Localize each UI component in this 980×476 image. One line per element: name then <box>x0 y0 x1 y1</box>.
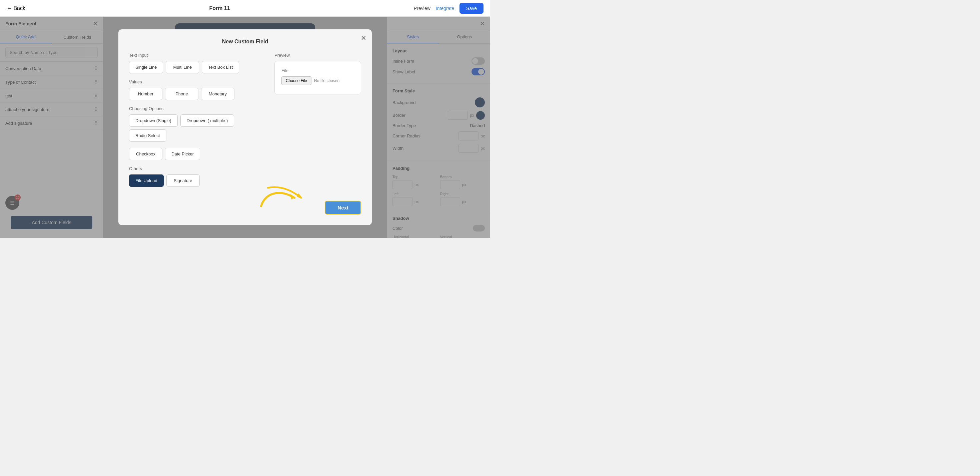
date-picker-btn[interactable]: Date Picker <box>165 148 200 160</box>
signature-btn[interactable]: Signature <box>166 174 200 187</box>
save-button[interactable]: Save <box>460 3 484 14</box>
back-button[interactable]: ← Back <box>7 5 25 11</box>
others-label: Others <box>129 166 264 171</box>
top-bar: ← Back Form 11 Preview Integrate Save <box>0 0 490 17</box>
choosing-options-buttons: Dropdown (Single) Dropdown ( multiple ) … <box>129 115 264 142</box>
choosing-options-buttons-2: Checkbox Date Picker <box>129 148 264 160</box>
values-buttons: Number Phone Monetary <box>129 88 264 100</box>
page-title: Form 11 <box>209 5 230 11</box>
modal-footer: Next <box>129 201 361 215</box>
file-upload-btn[interactable]: File Upload <box>129 174 164 187</box>
file-field-label: File <box>282 68 354 73</box>
preview-box: File Choose File No file chosen <box>274 61 361 94</box>
dropdown-single-btn[interactable]: Dropdown (Single) <box>129 115 178 127</box>
text-input-label: Text Input <box>129 53 264 58</box>
text-input-buttons: Single Line Multi Line Text Box List <box>129 61 264 73</box>
monetary-btn[interactable]: Monetary <box>201 88 234 100</box>
multi-line-btn[interactable]: Multi Line <box>166 61 199 73</box>
radio-select-btn[interactable]: Radio Select <box>129 129 166 142</box>
svg-marker-0 <box>290 194 294 199</box>
single-line-btn[interactable]: Single Line <box>129 61 163 73</box>
modal-close-button[interactable]: ✕ <box>361 34 366 42</box>
new-custom-field-modal: New Custom Field ✕ Text Input Single Lin… <box>118 29 372 225</box>
preview-button[interactable]: Preview <box>414 6 431 11</box>
back-label: ← Back <box>7 5 25 11</box>
file-preview-row: Choose File No file chosen <box>282 76 354 85</box>
others-buttons: File Upload Signature <box>129 174 264 187</box>
modal-right: Preview File Choose File No file chosen <box>274 53 361 193</box>
modal-title: New Custom Field <box>129 39 361 45</box>
text-box-list-btn[interactable]: Text Box List <box>202 61 239 73</box>
number-btn[interactable]: Number <box>129 88 162 100</box>
no-file-text: No file chosen <box>314 78 339 83</box>
modal-backdrop: New Custom Field ✕ Text Input Single Lin… <box>0 17 490 238</box>
integrate-button[interactable]: Integrate <box>436 6 454 11</box>
checkbox-btn[interactable]: Checkbox <box>129 148 162 160</box>
choose-file-btn[interactable]: Choose File <box>282 76 312 85</box>
choosing-options-label: Choosing Options <box>129 106 264 111</box>
modal-left: Text Input Single Line Multi Line Text B… <box>129 53 264 193</box>
dropdown-multiple-btn[interactable]: Dropdown ( multiple ) <box>180 115 234 127</box>
modal-body: Text Input Single Line Multi Line Text B… <box>129 53 361 193</box>
values-label: Values <box>129 80 264 84</box>
next-button[interactable]: Next <box>325 201 361 215</box>
top-bar-actions: Preview Integrate Save <box>414 3 484 14</box>
preview-label: Preview <box>274 53 361 58</box>
phone-btn[interactable]: Phone <box>165 88 199 100</box>
